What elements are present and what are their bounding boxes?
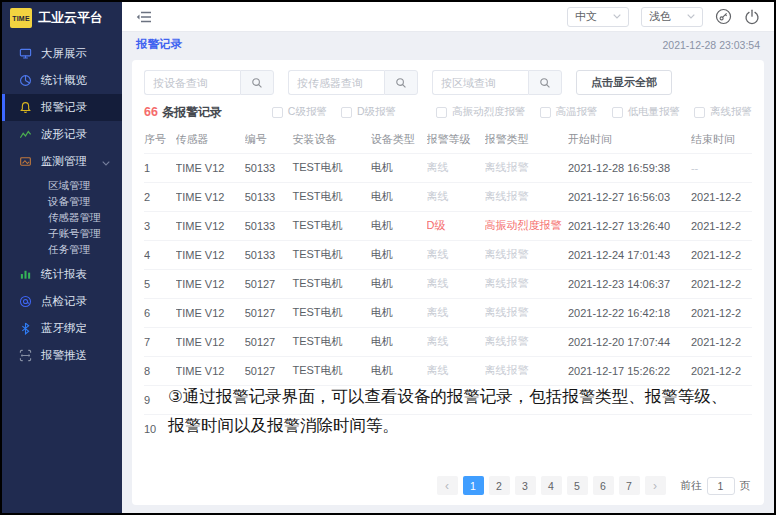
alarm-icon: [18, 101, 32, 115]
sidebar-item-waveform-records[interactable]: 波形记录: [2, 121, 122, 148]
collapse-menu-icon: [136, 10, 152, 24]
sensor-search-input[interactable]: [288, 70, 384, 95]
sidebar-subitem-area-management[interactable]: 区域管理: [2, 177, 122, 193]
search-icon: [539, 77, 551, 89]
show-all-button[interactable]: 点击显示全部: [576, 70, 672, 95]
page-button-4[interactable]: 4: [541, 476, 562, 495]
alarm-filter-checkbox[interactable]: D级报警: [341, 105, 396, 119]
goto-page-input[interactable]: [707, 477, 735, 495]
sidebar-item-label: 报警记录: [41, 100, 87, 115]
page-button-2[interactable]: 2: [489, 476, 510, 495]
search-icon: [395, 77, 407, 89]
table-row: 2TIME V1250133TEST电机电机离线离线报警2021-12-27 1…: [144, 182, 752, 211]
table-header-row: 序号传感器编号安装设备设备类型报警等级报警类型开始时间结束时间: [144, 127, 752, 153]
logo-icon: TIME: [10, 8, 32, 28]
logout-button[interactable]: [744, 9, 760, 25]
pie-icon: [18, 74, 32, 88]
page-button-7[interactable]: 7: [619, 476, 640, 495]
column-header: 序号: [144, 127, 176, 153]
alarm-filter-checkboxes: C级报警D级报警高振动烈度报警高温报警低电量报警离线报警: [272, 105, 752, 119]
bluetooth-icon: [18, 322, 32, 336]
sidebar-item-alarm-records[interactable]: 报警记录: [2, 94, 122, 121]
sensor-search-button[interactable]: [384, 70, 418, 95]
app-title: 工业云平台: [38, 9, 103, 27]
power-icon: [744, 9, 760, 25]
table-row: 3TIME V1250133TEST电机电机D级高振动烈度报警2021-12-2…: [144, 211, 752, 240]
sidebar-subitem-task-management[interactable]: 任务管理: [2, 241, 122, 257]
sidebar-item-label: 统计报表: [41, 267, 87, 282]
prev-page-button[interactable]: ‹: [437, 476, 458, 495]
sidebar-collapse-button[interactable]: [136, 10, 152, 24]
sidebar-item-label: 点检记录: [41, 294, 87, 309]
sidebar-subitem-sensor-management[interactable]: 传感器管理: [2, 209, 122, 225]
app-logo: TIME 工业云平台: [2, 2, 122, 34]
area-search-input[interactable]: [432, 70, 528, 95]
area-search-button[interactable]: [528, 70, 562, 95]
pagination: ‹ 1234567 › 前往 页: [437, 476, 751, 495]
checkbox-icon: [612, 107, 623, 118]
checkbox-icon: [272, 107, 283, 118]
sidebar-item-stats-overview[interactable]: 统计概览: [2, 67, 122, 94]
column-header: 设备类型: [371, 127, 427, 153]
main-area: 中文 浅色: [122, 2, 774, 513]
alarm-filter-checkbox[interactable]: C级报警: [272, 105, 327, 119]
alarm-records-card: 点击显示全部 66 条报警记录 C级报警D级报警高振动烈度报警高温报警低电量报警…: [132, 60, 764, 505]
theme-select[interactable]: 浅色: [641, 7, 703, 27]
table-row: 5TIME V1250127TEST电机电机离线离线报警2021-12-23 1…: [144, 269, 752, 298]
wave-icon: [18, 128, 32, 142]
device-search-button[interactable]: [240, 70, 274, 95]
column-header: 开始时间: [568, 127, 691, 153]
breadcrumb-bar: 报警记录 2021-12-28 23:03:54: [122, 32, 774, 57]
sidebar-item-big-screen[interactable]: 大屏展示: [2, 40, 122, 67]
key-icon: [715, 8, 732, 25]
alarm-filter-checkbox[interactable]: 高振动烈度报警: [436, 105, 526, 119]
chevron-down-icon: [687, 14, 695, 19]
folder-icon: [18, 155, 32, 169]
sidebar-item-label: 监测管理: [41, 154, 87, 169]
column-header: 安装设备: [292, 127, 370, 153]
page-button-3[interactable]: 3: [515, 476, 536, 495]
sidebar-item-alarm-push[interactable]: 报警推送: [2, 342, 122, 369]
table-row: 4TIME V1250133TEST电机电机离线离线报警2021-12-24 1…: [144, 240, 752, 269]
device-search-group: [144, 70, 274, 95]
change-password-button[interactable]: [715, 8, 732, 25]
sidebar-item-label: 统计概览: [41, 73, 87, 88]
alarm-filter-checkbox[interactable]: 低电量报警: [612, 105, 681, 119]
table-row: 7TIME V1250127TEST电机电机离线离线报警2021-12-20 1…: [144, 327, 752, 356]
sidebar-submenu: 区域管理设备管理传感器管理子账号管理任务管理: [2, 175, 122, 261]
goto-page: 前往 页: [681, 477, 751, 495]
breadcrumb[interactable]: 报警记录: [136, 37, 182, 52]
topbar: 中文 浅色: [122, 2, 774, 32]
search-row: 点击显示全部: [144, 70, 752, 95]
page-unit-label: 页: [740, 479, 751, 493]
table-row: 1TIME V1250133TEST电机电机离线离线报警2021-12-28 1…: [144, 153, 752, 182]
sidebar-item-inspection-records[interactable]: 点检记录: [2, 288, 122, 315]
push-icon: [18, 349, 32, 363]
chevron-down-icon: [613, 14, 621, 19]
next-page-button[interactable]: ›: [645, 476, 666, 495]
alarm-filter-checkbox[interactable]: 离线报警: [694, 105, 752, 119]
sidebar-subitem-device-management[interactable]: 设备管理: [2, 193, 122, 209]
app-window: TIME 工业云平台 大屏展示统计概览报警记录波形记录监测管理区域管理设备管理传…: [0, 0, 776, 515]
sidebar-subitem-subaccount-management[interactable]: 子账号管理: [2, 225, 122, 241]
device-search-input[interactable]: [144, 70, 240, 95]
chevron-down-icon: [102, 155, 110, 169]
page-button-5[interactable]: 5: [567, 476, 588, 495]
page-button-1[interactable]: 1: [463, 476, 484, 495]
sidebar-item-bluetooth-binding[interactable]: 蓝牙绑定: [2, 315, 122, 342]
record-count-label: 条报警记录: [162, 104, 222, 121]
column-header: 结束时间: [691, 127, 752, 153]
checkbox-icon: [341, 107, 352, 118]
count-row: 66 条报警记录 C级报警D级报警高振动烈度报警高温报警低电量报警离线报警: [144, 103, 752, 121]
sidebar-item-monitor-management[interactable]: 监测管理: [2, 148, 122, 175]
area-search-group: [432, 70, 562, 95]
language-select[interactable]: 中文: [567, 7, 629, 27]
column-header: 报警等级: [427, 127, 485, 153]
sidebar: TIME 工业云平台 大屏展示统计概览报警记录波形记录监测管理区域管理设备管理传…: [2, 2, 122, 513]
goto-label: 前往: [681, 479, 702, 493]
content-area: 点击显示全部 66 条报警记录 C级报警D级报警高振动烈度报警高温报警低电量报警…: [122, 57, 774, 513]
page-button-6[interactable]: 6: [593, 476, 614, 495]
alarm-filter-checkbox[interactable]: 高温报警: [540, 105, 598, 119]
instruction-annotation: ③通过报警记录界面，可以查看设备的报警记录，包括报警类型、报警等级、报警时间以及…: [168, 382, 738, 440]
sidebar-item-stats-report[interactable]: 统计报表: [2, 261, 122, 288]
